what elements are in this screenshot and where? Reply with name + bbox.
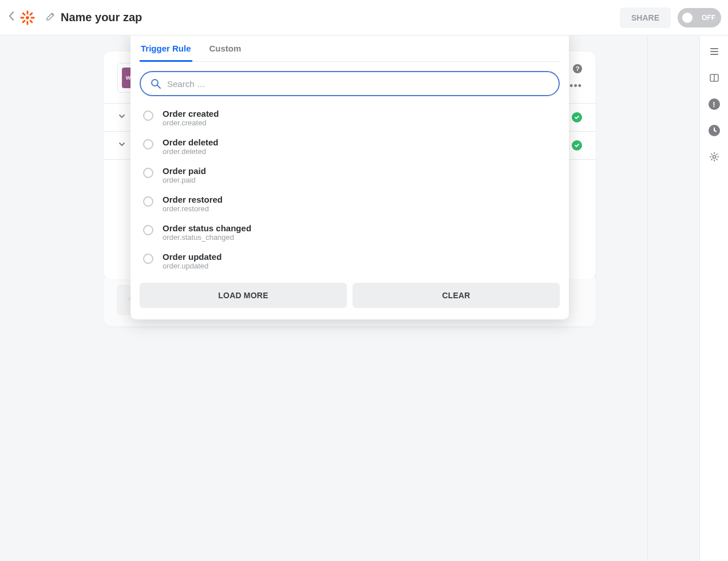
zap-name[interactable]: Name your zap: [61, 11, 142, 24]
outline-list-icon[interactable]: [705, 42, 723, 61]
svg-rect-8: [29, 19, 33, 23]
tab-trigger-rule[interactable]: Trigger Rule: [140, 38, 192, 62]
option-title: Order status changed: [163, 223, 251, 233]
option-subtitle: order.deleted: [163, 147, 219, 156]
clear-button[interactable]: CLEAR: [353, 283, 560, 308]
option-subtitle: order.restored: [163, 204, 223, 213]
canvas-right-divider: [647, 35, 648, 561]
option-text: Order created order.created: [163, 109, 219, 127]
chevron-down-icon: [117, 112, 126, 123]
option-text: Order updated order.updated: [163, 252, 221, 270]
option-text: Order restored order.restored: [163, 195, 223, 213]
dropdown-buttons: LOAD MORE CLEAR: [140, 283, 560, 308]
option-row[interactable]: Order restored order.restored: [140, 190, 560, 219]
svg-rect-2: [27, 21, 29, 25]
option-title: Order created: [163, 109, 219, 118]
svg-rect-3: [20, 17, 24, 18]
top-bar-right: SHARE OFF: [620, 7, 721, 28]
option-text: Order status changed order.status_change…: [163, 223, 251, 242]
top-bar-left: Name your zap: [7, 9, 142, 26]
toggle-knob: [682, 13, 693, 23]
radio-icon: [143, 168, 153, 178]
option-text: Order deleted order.deleted: [163, 137, 219, 156]
option-title: Order paid: [163, 166, 206, 176]
radio-icon: [143, 254, 153, 264]
toggle-label: OFF: [702, 14, 715, 22]
search-icon: [150, 78, 161, 89]
trigger-rule-dropdown: Trigger Rule Custom Order created order.…: [130, 35, 569, 319]
load-more-button[interactable]: LOAD MORE: [140, 283, 347, 308]
search-input[interactable]: [167, 79, 549, 89]
option-subtitle: order.updated: [163, 262, 221, 270]
option-title: Order updated: [163, 252, 221, 262]
alert-icon[interactable]: !: [705, 95, 723, 113]
back-chevron-icon[interactable]: [7, 9, 16, 26]
option-row[interactable]: Order status changed order.status_change…: [140, 219, 560, 247]
option-title: Order restored: [163, 195, 223, 204]
option-row[interactable]: Order deleted order.deleted: [140, 133, 560, 161]
option-title: Order deleted: [163, 137, 219, 147]
radio-icon: [143, 110, 153, 121]
svg-point-0: [26, 16, 29, 19]
radio-icon: [143, 225, 153, 235]
step-header-actions: ? •••: [569, 64, 582, 92]
svg-rect-4: [31, 17, 35, 18]
complete-check-icon: [572, 112, 582, 123]
chevron-down-icon: [117, 140, 126, 151]
right-rail: !: [699, 35, 728, 561]
svg-rect-6: [22, 19, 26, 23]
svg-rect-5: [29, 12, 33, 16]
docs-icon[interactable]: [705, 69, 723, 87]
complete-check-icon: [572, 140, 582, 151]
radio-icon: [143, 139, 153, 149]
help-icon[interactable]: ?: [573, 64, 582, 73]
editor-canvas: WOO When this happens … 1. Order in WooC…: [0, 35, 699, 561]
option-row[interactable]: Order paid order.paid: [140, 161, 560, 190]
settings-gear-icon[interactable]: [705, 148, 723, 166]
svg-rect-7: [22, 12, 26, 16]
options-list: Order created order.created Order delete…: [140, 104, 560, 276]
share-button[interactable]: SHARE: [620, 7, 671, 28]
svg-point-10: [713, 156, 715, 159]
option-subtitle: order.paid: [163, 176, 206, 184]
edit-pencil-icon[interactable]: [39, 12, 57, 23]
zapier-logo-icon[interactable]: [19, 10, 35, 26]
option-text: Order paid order.paid: [163, 166, 206, 184]
publish-toggle[interactable]: OFF: [678, 8, 721, 27]
dropdown-search[interactable]: [140, 71, 560, 96]
tab-custom[interactable]: Custom: [208, 38, 243, 62]
radio-icon: [143, 196, 153, 207]
option-row[interactable]: Order created order.created: [140, 104, 560, 133]
dropdown-tabs: Trigger Rule Custom: [140, 38, 560, 62]
svg-rect-1: [27, 10, 29, 14]
more-menu-icon[interactable]: •••: [569, 80, 582, 92]
option-subtitle: order.created: [163, 118, 219, 127]
option-row[interactable]: Order updated order.updated: [140, 247, 560, 276]
top-bar: Name your zap SHARE OFF: [0, 0, 728, 35]
history-clock-icon[interactable]: [705, 121, 723, 140]
option-subtitle: order.status_changed: [163, 233, 251, 242]
